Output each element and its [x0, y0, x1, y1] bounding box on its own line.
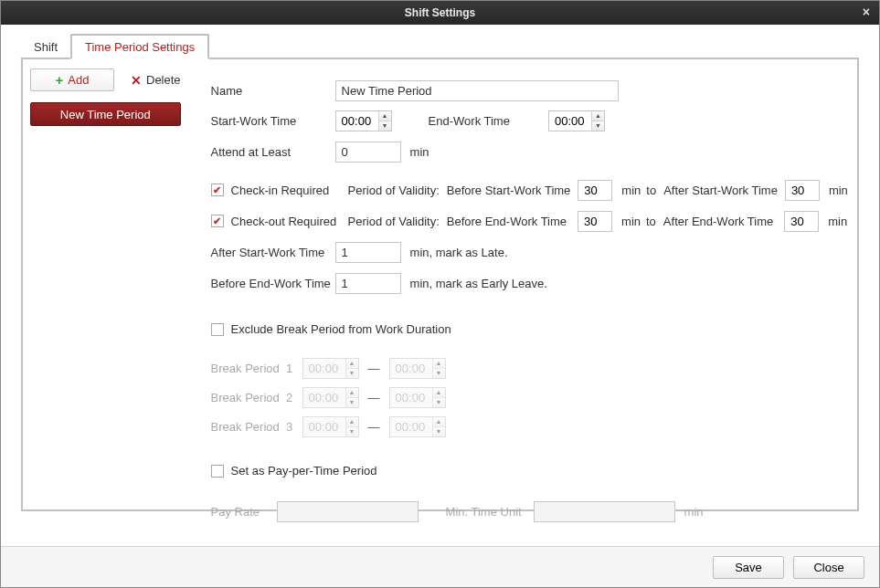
- close-icon[interactable]: ×: [863, 5, 870, 19]
- chevron-up-icon: ▲: [346, 359, 358, 369]
- chevron-down-icon[interactable]: ▼: [592, 121, 604, 131]
- set-pay-per-time-checkbox[interactable]: [211, 465, 224, 478]
- titlebar: Shift Settings ×: [1, 1, 879, 25]
- attend-row: Attend at Least min: [211, 137, 848, 166]
- before-end-input[interactable]: [578, 211, 612, 232]
- break-period-3-row: Break Period 3 ▲▼ — ▲▼: [211, 412, 848, 441]
- start-work-time-label: Start-Work Time: [211, 114, 335, 128]
- start-work-time-input[interactable]: [336, 111, 378, 131]
- before-start-work-time-label: Before Start-Work Time: [447, 184, 571, 197]
- break-2-to-spinner: ▲▼: [389, 387, 446, 408]
- min-label: min: [684, 505, 704, 519]
- mark-as-late-label: min, mark as Late.: [410, 246, 508, 259]
- time-period-list-item[interactable]: New Time Period: [30, 102, 181, 126]
- chevron-down-icon: ▼: [346, 398, 358, 407]
- chevron-up-icon: ▲: [433, 388, 445, 398]
- delete-button[interactable]: ✕ Delete: [131, 73, 181, 88]
- add-button-label: Add: [68, 73, 89, 87]
- end-work-time-input[interactable]: [549, 111, 591, 131]
- chevron-down-icon: ▼: [433, 427, 445, 436]
- exclude-break-label: Exclude Break Period from Work Duration: [231, 322, 451, 336]
- x-icon: ✕: [131, 73, 142, 88]
- tab-time-period-settings[interactable]: Time Period Settings: [70, 34, 209, 59]
- add-button[interactable]: + Add: [30, 68, 114, 91]
- main-panel: + Add ✕ Delete New Time Period Name Star…: [21, 58, 859, 511]
- spinner-buttons: ▲ ▼: [591, 111, 604, 131]
- min-time-unit-input: [534, 501, 675, 522]
- break-1-to-input: [390, 359, 432, 378]
- left-column: + Add ✕ Delete New Time Period: [23, 59, 188, 509]
- delete-button-label: Delete: [146, 73, 181, 87]
- after-end-input[interactable]: [784, 211, 819, 232]
- work-time-row: Start-Work Time ▲ ▼ End-Work Time ▲ ▼: [211, 106, 848, 135]
- form-area: Name Start-Work Time ▲ ▼ End-Work Time: [188, 59, 871, 509]
- name-input[interactable]: [335, 80, 619, 101]
- break-period-label: Break Period: [211, 420, 280, 434]
- after-start-work-time-row-label: After Start-Work Time: [211, 246, 335, 259]
- chevron-down-icon[interactable]: ▼: [379, 121, 391, 131]
- after-end-work-time-label: After End-Work Time: [663, 215, 773, 228]
- chevron-up-icon: ▲: [346, 417, 358, 427]
- break-1-to-spinner: ▲▼: [389, 358, 446, 379]
- break-period-2-row: Break Period 2 ▲▼ — ▲▼: [211, 383, 848, 412]
- min-time-unit-label: Min. Time Unit: [446, 505, 534, 519]
- chevron-down-icon: ▼: [346, 369, 358, 378]
- break-1-from-input: [303, 359, 345, 378]
- before-start-input[interactable]: [578, 180, 612, 201]
- close-button[interactable]: Close: [793, 556, 864, 579]
- break-2-from-input: [303, 388, 345, 407]
- mark-as-early-leave-label: min, mark as Early Leave.: [410, 277, 547, 290]
- break-period-index: 2: [286, 391, 292, 404]
- spinner-buttons: ▲ ▼: [378, 111, 391, 131]
- tab-bar: Shift Time Period Settings: [21, 34, 879, 58]
- checkout-required-checkbox[interactable]: [211, 215, 224, 227]
- start-work-time-spinner[interactable]: ▲ ▼: [335, 110, 392, 131]
- checkin-required-checkbox[interactable]: [211, 184, 224, 196]
- attend-at-least-input[interactable]: [335, 142, 401, 163]
- checkout-required-label: Check-out Required: [231, 215, 348, 228]
- left-toolbar: + Add ✕ Delete: [30, 68, 181, 91]
- late-row: After Start-Work Time min, mark as Late.: [211, 237, 848, 267]
- end-work-time-spinner[interactable]: ▲ ▼: [548, 110, 605, 131]
- period-of-validity-label: Period of Validity:: [348, 184, 440, 197]
- break-period-index: 1: [286, 362, 292, 375]
- min-label: min: [410, 145, 429, 159]
- tab-shift[interactable]: Shift: [21, 36, 70, 58]
- chevron-up-icon: ▲: [433, 359, 445, 369]
- pay-rate-label: Pay Rate: [211, 505, 277, 519]
- dash-icon: —: [368, 362, 380, 375]
- min-label: min: [829, 184, 848, 197]
- break-period-label: Break Period: [211, 362, 280, 375]
- exclude-break-checkbox[interactable]: [211, 323, 224, 336]
- pay-rate-input: [277, 501, 419, 522]
- late-threshold-input[interactable]: [335, 242, 401, 263]
- early-leave-row: Before End-Work Time min, mark as Early …: [211, 268, 848, 298]
- to-label: to: [646, 184, 656, 197]
- chevron-up-icon[interactable]: ▲: [379, 111, 391, 121]
- after-start-input[interactable]: [785, 180, 820, 201]
- exclude-break-row: Exclude Break Period from Work Duration: [211, 316, 848, 342]
- pay-per-time-row: Set as Pay-per-Time Period: [211, 457, 848, 484]
- pay-rate-row: Pay Rate Min. Time Unit min: [211, 499, 848, 525]
- checkin-required-label: Check-in Required: [231, 184, 348, 197]
- chevron-up-icon[interactable]: ▲: [592, 111, 604, 121]
- plus-icon: +: [56, 73, 64, 87]
- window-title: Shift Settings: [405, 6, 475, 19]
- chevron-up-icon: ▲: [433, 417, 445, 427]
- before-end-work-time-label: Before End-Work Time: [447, 215, 567, 228]
- checkin-row: Check-in Required Period of Validity: Be…: [211, 175, 848, 205]
- break-3-from-input: [303, 417, 345, 436]
- footer: Save Close: [1, 546, 879, 587]
- min-label: min: [621, 184, 641, 197]
- break-period-index: 3: [286, 420, 292, 434]
- shift-settings-window: Shift Settings × Shift Time Period Setti…: [0, 0, 880, 588]
- early-threshold-input[interactable]: [335, 273, 401, 294]
- min-label: min: [828, 215, 847, 228]
- dash-icon: —: [368, 420, 380, 434]
- break-2-to-input: [390, 388, 432, 407]
- attend-at-least-label: Attend at Least: [211, 145, 335, 159]
- break-period-1-row: Break Period 1 ▲▼ — ▲▼: [211, 353, 848, 383]
- name-row: Name: [211, 78, 848, 104]
- period-of-validity-label: Period of Validity:: [348, 215, 440, 228]
- save-button[interactable]: Save: [713, 556, 784, 579]
